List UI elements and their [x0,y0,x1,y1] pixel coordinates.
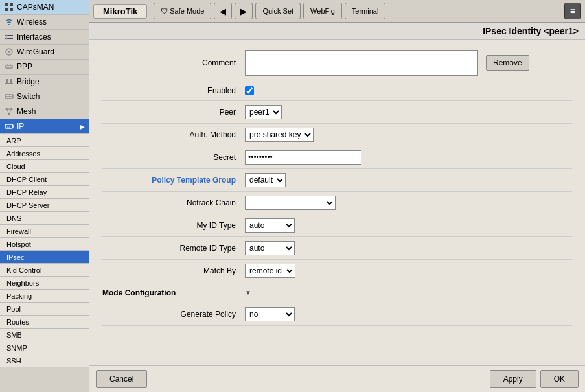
svg-rect-9 [6,65,12,68]
hamburger-icon: ≡ [570,6,575,16]
svg-rect-14 [10,79,12,83]
sidebar-subitem-ipsec[interactable]: IPsec [0,251,89,264]
sidebar-subitem-snmp[interactable]: SNMP [0,341,89,354]
sidebar-subitem-kid-control-label: Kid Control [6,266,41,274]
forward-button[interactable]: ▶ [235,3,253,19]
sidebar: CAPsMAN Wireless Interfaces WireGuard PP… [0,0,89,392]
svg-point-7 [6,38,8,40]
sidebar-subitem-ipsec-label: IPsec [6,253,25,261]
main-panel: MikroTik 🛡 Safe Mode ◀ ▶ Quick Set WebFi… [89,0,585,392]
sidebar-item-ppp-label: PPP [17,62,32,71]
remove-button[interactable]: Remove [486,55,529,71]
secret-control [245,150,572,165]
sidebar-item-wireguard[interactable]: WireGuard [0,45,89,60]
webfig-button[interactable]: WebFig [303,3,342,19]
auth-method-select[interactable]: pre shared key rsa signature eap eap rad… [245,128,314,142]
auth-method-control: pre shared key rsa signature eap eap rad… [245,128,572,142]
quick-set-button[interactable]: Quick Set [255,3,301,19]
form-area: Comment Remove Enabled Peer peer1 Auth [89,40,585,365]
sidebar-subitem-cloud[interactable]: Cloud [0,160,89,173]
ip-arrow-icon: ▶ [80,123,85,130]
my-id-type-label: My ID Type [102,221,245,230]
sidebar-subitem-cloud-label: Cloud [6,163,25,170]
match-by-select[interactable]: remote id certificate [245,264,295,278]
interfaces-icon [4,32,14,42]
sidebar-subitem-smb[interactable]: SMB [0,329,89,341]
mode-config-row: Mode Configuration ▼ [102,282,572,303]
sidebar-subitem-neighbors-label: Neighbors [6,279,39,287]
comment-input[interactable] [245,50,478,76]
generate-policy-row: Generate Policy no yes port-strict [102,303,572,326]
sidebar-item-switch[interactable]: Switch [0,89,89,104]
policy-template-row: Policy Template Group default [102,169,572,192]
forward-icon: ▶ [240,6,247,16]
bottom-bar: Cancel Apply OK [89,365,585,392]
svg-line-23 [6,109,9,114]
notrack-chain-select[interactable] [245,196,336,210]
match-by-control: remote id certificate [245,264,572,278]
remote-id-type-select[interactable]: auto address fqdn user-fqdn key-id [245,241,295,255]
peer-select[interactable]: peer1 [245,105,282,119]
safe-mode-label: Safe Mode [170,7,204,15]
sidebar-subitem-dhcp-server-label: DHCP Server [6,202,49,209]
sidebar-item-mesh[interactable]: Mesh [0,104,89,119]
mode-config-collapse-icon[interactable]: ▼ [245,289,251,296]
sidebar-item-capsman[interactable]: CAPsMAN [0,0,89,15]
back-button[interactable]: ◀ [214,3,232,19]
quick-set-label: Quick Set [262,7,293,15]
sidebar-subitem-hotspot[interactable]: Hotspot [0,238,89,251]
sidebar-subitem-neighbors[interactable]: Neighbors [0,277,89,290]
sidebar-subitem-dhcp-relay[interactable]: DHCP Relay [0,186,89,199]
page-title-text: IPsec Identity <peer1> [483,26,579,36]
safe-mode-button[interactable]: 🛡 Safe Mode [154,3,211,19]
my-id-type-row: My ID Type auto address fqdn user-fqdn k… [102,214,572,237]
policy-template-label: Policy Template Group [102,176,245,185]
enabled-control [245,86,572,95]
sidebar-subitem-addresses[interactable]: Addresses [0,147,89,160]
wireguard-icon [4,47,14,57]
sidebar-item-interfaces[interactable]: Interfaces [0,30,89,45]
sidebar-subitem-packing[interactable]: Packing [0,290,89,303]
svg-rect-1 [10,3,13,6]
generate-policy-label: Generate Policy [102,310,245,319]
sidebar-subitem-addresses-label: Addresses [6,150,40,157]
sidebar-subitem-arp-label: ARP [6,137,21,144]
sidebar-subitem-dhcp-client[interactable]: DHCP Client [0,173,89,186]
sidebar-item-wireless-label: Wireless [17,17,47,27]
right-buttons: Apply OK [490,370,579,388]
policy-template-select[interactable]: default [245,173,286,187]
apply-button[interactable]: Apply [490,370,536,388]
sidebar-item-ip[interactable]: IP IP ▶ [0,119,89,134]
sidebar-subitem-ssh[interactable]: SSH [0,354,89,367]
safe-mode-icon: 🛡 [161,7,168,15]
mode-config-label: Mode Configuration [102,288,245,297]
sidebar-subitem-snmp-label: SNMP [6,344,27,352]
sidebar-item-bridge[interactable]: Bridge [0,75,89,89]
sidebar-subitem-dhcp-server[interactable]: DHCP Server [0,199,89,212]
terminal-button[interactable]: Terminal [345,3,386,19]
sidebar-subitem-dns[interactable]: DNS [0,212,89,225]
secret-label: Secret [102,153,245,162]
cancel-button[interactable]: Cancel [96,370,147,388]
policy-template-control: default [245,173,572,187]
bridge-icon [4,76,14,87]
sidebar-subitem-firewall[interactable]: Firewall [0,225,89,238]
sidebar-item-wireless[interactable]: Wireless [0,15,89,30]
ip-icon: IP [4,121,14,132]
page-title: IPsec Identity <peer1> [89,23,585,40]
sidebar-subitem-pool[interactable]: Pool [0,303,89,316]
generate-policy-select[interactable]: no yes port-strict [245,307,295,321]
enabled-checkbox[interactable] [245,86,254,95]
menu-button[interactable]: ≡ [564,3,581,19]
sidebar-item-ppp[interactable]: PPP [0,60,89,75]
sidebar-subitem-arp[interactable]: ARP [0,134,89,147]
topbar: MikroTik 🛡 Safe Mode ◀ ▶ Quick Set WebFi… [89,0,585,23]
sidebar-subitem-routes[interactable]: Routes [0,316,89,329]
ok-button[interactable]: OK [540,370,579,388]
sidebar-subitem-ssh-label: SSH [6,357,21,365]
sidebar-subitem-kid-control[interactable]: Kid Control [0,264,89,277]
my-id-type-select[interactable]: auto address fqdn user-fqdn key-id [245,218,295,233]
secret-input[interactable] [245,150,361,165]
svg-text:IP: IP [7,125,10,129]
svg-point-16 [6,96,8,97]
